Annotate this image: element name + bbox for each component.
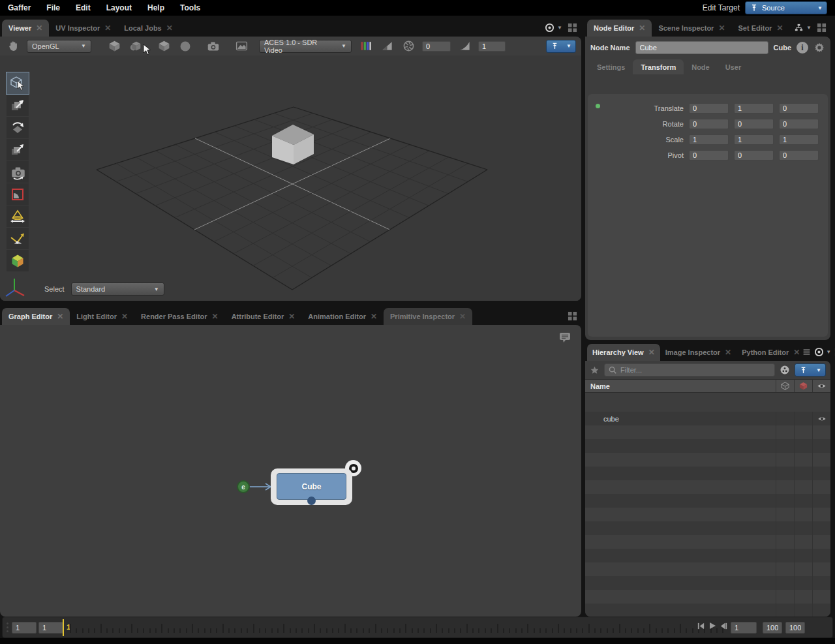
tab-scene-inspector[interactable]: Scene Inspector ✕: [652, 20, 731, 37]
viewer-pin-dropdown[interactable]: ▼: [546, 40, 576, 53]
tab-node-editor[interactable]: Node Editor ✕: [587, 20, 652, 37]
tab-render-pass-editor[interactable]: Render Pass Editor ✕: [134, 308, 225, 325]
pan-hand-icon[interactable]: [5, 38, 21, 54]
aperture-icon[interactable]: [401, 38, 416, 54]
visibility-column-header[interactable]: [812, 380, 830, 392]
camera-tool-button[interactable]: [7, 161, 29, 183]
scale-z-field[interactable]: [779, 134, 819, 145]
scale-tool-button[interactable]: [7, 139, 29, 161]
edit-target-dropdown[interactable]: Source ▼: [745, 1, 827, 14]
tab-light-editor[interactable]: Light Editor ✕: [70, 308, 134, 325]
menu-file[interactable]: File: [46, 3, 60, 12]
playhead[interactable]: [63, 619, 64, 636]
bound-column-header[interactable]: [776, 380, 794, 392]
focus-target-button[interactable]: ▼: [545, 23, 562, 33]
close-icon[interactable]: ✕: [36, 24, 42, 32]
play-icon[interactable]: [708, 621, 717, 630]
tab-hierarchy-view[interactable]: Hierarchy View ✕: [587, 344, 660, 361]
menu-tools[interactable]: Tools: [180, 3, 200, 12]
filter-input[interactable]: [620, 366, 771, 374]
close-icon[interactable]: ✕: [639, 24, 645, 32]
renderer-dropdown[interactable]: OpenGL ▼: [27, 40, 91, 53]
tab-local-jobs[interactable]: Local Jobs ✕: [117, 20, 179, 37]
subtab-node[interactable]: Node: [684, 59, 718, 74]
light-placement-tool-button[interactable]: [7, 228, 29, 249]
colorbars-icon[interactable]: [357, 38, 373, 54]
image-icon[interactable]: [234, 38, 249, 54]
subtab-transform[interactable]: Transform: [633, 59, 684, 74]
translate-z-field[interactable]: [779, 103, 819, 114]
close-icon[interactable]: ✕: [288, 313, 295, 320]
display-transform-dropdown[interactable]: ACES 1.0 - SDR Video ▼: [259, 40, 352, 53]
menu-edit[interactable]: Edit: [76, 3, 91, 12]
end-frame-field[interactable]: [763, 622, 782, 634]
node-set-button[interactable]: ▼: [794, 23, 812, 33]
layout-grid-icon[interactable]: [568, 311, 577, 321]
row-bound-cell[interactable]: [776, 412, 794, 425]
close-icon[interactable]: ✕: [104, 24, 111, 32]
pivot-y-field[interactable]: [734, 150, 774, 161]
pivot-z-field[interactable]: [779, 150, 819, 161]
cube-node-label[interactable]: Cube: [277, 473, 346, 500]
gamma-field[interactable]: [478, 41, 506, 52]
node-name-input[interactable]: [635, 41, 768, 54]
close-icon[interactable]: ✕: [121, 313, 128, 320]
range-start-field[interactable]: [12, 622, 37, 634]
exposure-field[interactable]: [422, 41, 451, 52]
annotation-icon[interactable]: [557, 330, 573, 345]
menu-help[interactable]: Help: [147, 3, 164, 12]
node-enabled-plug[interactable]: e: [237, 480, 250, 493]
gamma-icon[interactable]: [457, 38, 472, 54]
close-icon[interactable]: ✕: [648, 348, 655, 356]
frame-field[interactable]: [731, 622, 757, 634]
tab-python-editor[interactable]: Python Editor ✕: [736, 344, 802, 361]
exposure-icon[interactable]: [379, 38, 395, 54]
pivot-x-field[interactable]: [689, 150, 729, 161]
layout-grid-icon[interactable]: [817, 23, 827, 33]
frame-ruler[interactable]: [70, 619, 731, 636]
info-icon[interactable]: i: [797, 42, 808, 54]
close-icon[interactable]: ✕: [718, 24, 725, 32]
subtab-settings[interactable]: Settings: [589, 59, 633, 74]
close-icon[interactable]: ✕: [166, 24, 173, 32]
gear-icon[interactable]: [813, 42, 825, 54]
drawing-mode-icon[interactable]: [106, 38, 122, 54]
tab-graph-editor[interactable]: Graph Editor ✕: [2, 308, 70, 325]
focus-target-button[interactable]: ▼: [814, 347, 831, 357]
skip-to-start-icon[interactable]: [697, 622, 705, 630]
fps-field[interactable]: [785, 622, 805, 634]
rotate-tool-button[interactable]: [7, 117, 29, 138]
tab-image-inspector[interactable]: Image Inspector ✕: [660, 344, 736, 361]
hierarchy-pin-dropdown[interactable]: ▼: [795, 363, 826, 376]
close-icon[interactable]: ✕: [459, 313, 466, 320]
close-icon[interactable]: ✕: [776, 24, 783, 32]
close-icon[interactable]: ✕: [371, 313, 377, 320]
layout-grid-icon[interactable]: [568, 23, 577, 33]
close-icon[interactable]: ✕: [725, 348, 731, 356]
translate-y-field[interactable]: [734, 103, 774, 114]
uv-cube-tool-button[interactable]: [7, 250, 29, 271]
sphere-icon[interactable]: [177, 38, 193, 54]
set-filter-icon[interactable]: [780, 365, 790, 375]
menu-gaffer[interactable]: Gaffer: [8, 3, 31, 12]
crop-window-tool-button[interactable]: [7, 183, 29, 205]
translate-tool-button[interactable]: [7, 95, 29, 116]
tab-primitive-inspector[interactable]: Primitive Inspector ✕: [384, 308, 472, 325]
subtab-user[interactable]: User: [718, 59, 749, 74]
selection-mask-icon[interactable]: [128, 38, 144, 54]
tab-set-editor[interactable]: Set Editor ✕: [731, 20, 789, 37]
tab-viewer[interactable]: Viewer ✕: [2, 20, 49, 37]
menu-layout[interactable]: Layout: [106, 3, 132, 12]
node-output-plug[interactable]: [307, 497, 316, 505]
scale-x-field[interactable]: [689, 134, 729, 145]
close-icon[interactable]: ✕: [57, 313, 63, 320]
row-visibility-cell[interactable]: [812, 412, 830, 425]
star-icon[interactable]: [590, 365, 600, 375]
select-tool-button[interactable]: [7, 72, 29, 94]
rotate-z-field[interactable]: [779, 119, 819, 129]
graph-canvas[interactable]: Cube e: [0, 325, 581, 617]
filter-search-box[interactable]: [604, 363, 775, 376]
shading-cube-icon[interactable]: [156, 38, 172, 54]
tab-uv-inspector[interactable]: UV Inspector ✕: [49, 20, 117, 37]
viewport-3d[interactable]: Select Standard ▼: [0, 55, 581, 301]
